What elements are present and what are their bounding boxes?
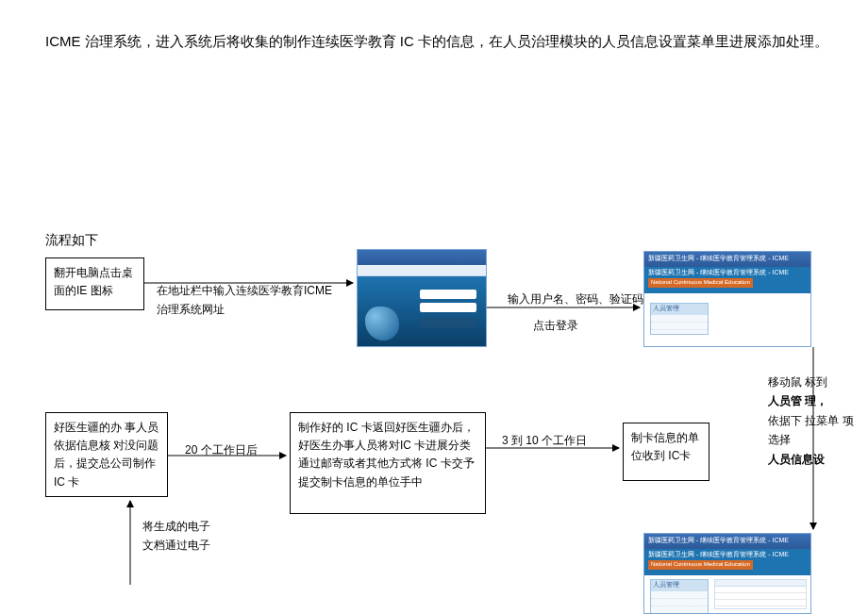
sidebar-menu-2: 人员管理	[650, 579, 709, 614]
node-unit-receives-card: 制卡信息的单位收到 IC卡	[623, 423, 709, 481]
thumb-login-body	[358, 276, 486, 346]
menu-item-person-info: 人员信息设	[768, 453, 825, 466]
thumb-person-info-page: 新疆医药卫生网 - 继续医学教育管理系统 - ICME 新疆医药卫生网 - 继续…	[643, 533, 811, 614]
node-verify-and-submit: 好医生疆的办 事人员依据信息核 对没问题后，提交总公司制作IC 卡	[45, 412, 168, 497]
thumb-login-titlebar	[358, 250, 486, 265]
content-panel	[714, 579, 807, 609]
flow-label: 流程如下	[45, 230, 98, 250]
edge-label-3-10-days: 3 到 10 个工作日	[502, 431, 615, 450]
node-open-ie: 翻开电脑点击桌面的IE 图标	[45, 257, 144, 310]
thumb-login-toolbar	[358, 265, 486, 276]
move-mouse-to: 移动鼠 标到	[768, 375, 827, 389]
thumb-login-page	[357, 249, 487, 347]
login-graphic-icon	[365, 307, 399, 340]
edge-label-address: 在地址栏中输入连续医学教育ICME 治理系统网址	[157, 281, 336, 320]
menu-name-person-manage: 人员管 理，	[768, 394, 827, 407]
banner-title: 新疆医药卫生网 - 继续医学教育管理系统 - ICME	[648, 269, 789, 275]
follow-dropdown: 依据下 拉菜单 项选择	[768, 414, 854, 446]
thumb-system-titlebar: 新疆医药卫生网 - 继续医学教育管理系统 - ICME	[644, 252, 810, 267]
thumb-person-titlebar: 新疆医药卫生网 - 继续医学教育管理系统 - ICME	[644, 534, 810, 549]
login-username-field	[420, 290, 476, 299]
thumb-system-content: 人员管理	[644, 293, 810, 346]
login-button	[420, 318, 476, 327]
thumb-system-banner: 新疆医药卫生网 - 继续医学教育管理系统 - ICME National Con…	[644, 267, 810, 293]
thumb-system-main: 新疆医药卫生网 - 继续医学教育管理系统 - ICME 新疆医药卫生网 - 继续…	[643, 251, 811, 347]
edge-label-credentials: 输入用户名、密码、验证码	[508, 290, 659, 308]
sidebar-menu-header-2: 人员管理	[651, 580, 708, 591]
banner-title-2: 新疆医药卫生网 - 继续医学教育管理系统 - ICME	[648, 551, 789, 557]
sidebar-menu: 人员管理	[650, 303, 709, 335]
edge-label-mouse-move: 移动鼠 标到 人员管 理， 依据下 拉菜单 项选择 人员信息设	[768, 373, 862, 469]
banner-subtitle: National Continuous Medical Education	[648, 278, 753, 287]
edge-label-20-days: 20 个工作日后	[185, 440, 279, 459]
node-card-return-distribute: 制作好的 IC 卡返回好医生疆办后，好医生办事人员将对IC 卡进展分类通过邮寄或…	[290, 412, 486, 514]
login-password-field	[420, 303, 476, 312]
thumb-person-content: 人员管理	[644, 575, 810, 613]
intro-paragraph: ICME 治理系统，进入系统后将收集的制作连续医学教育 IC 卡的信息，在人员治…	[45, 28, 830, 54]
edge-label-click-login: 点击登录	[533, 316, 627, 335]
edge-label-electronic-doc: 将生成的电子文档通过电子	[142, 517, 218, 556]
thumb-person-banner: 新疆医药卫生网 - 继续医学教育管理系统 - ICME National Con…	[644, 549, 810, 575]
sidebar-menu-header: 人员管理	[651, 304, 708, 315]
banner-subtitle-2: National Continuous Medical Education	[648, 560, 753, 569]
